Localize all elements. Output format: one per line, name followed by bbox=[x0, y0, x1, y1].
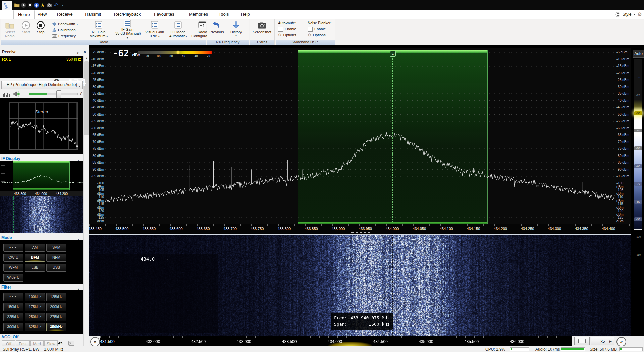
add-icon[interactable] bbox=[33, 2, 40, 8]
filter-button-[interactable]: ••• bbox=[3, 293, 23, 301]
auto-mute-options[interactable]: ⚙Options bbox=[278, 32, 296, 38]
screenshot-button[interactable]: Screenshot bbox=[252, 20, 272, 39]
style-caret-icon[interactable] bbox=[634, 13, 635, 16]
filter-button-150khz[interactable]: 150kHz bbox=[3, 303, 23, 311]
nav-keyboard-button[interactable] bbox=[574, 337, 590, 345]
favourite-icon[interactable]: ★ bbox=[39, 2, 46, 8]
mode-header[interactable]: Mode bbox=[0, 235, 83, 240]
if-display-header[interactable]: IF Display bbox=[0, 156, 83, 161]
frequency-axis-label: 433.850 bbox=[301, 227, 322, 231]
previous-button[interactable]: Previous bbox=[208, 20, 225, 39]
filter-button-275khz[interactable]: 275kHz bbox=[46, 313, 66, 321]
tab-tools[interactable]: Tools bbox=[214, 10, 233, 18]
panel-scrollbar[interactable]: ▲ bbox=[83, 56, 90, 352]
mode-button-wideu[interactable]: Wide-U bbox=[3, 274, 23, 282]
start-icon[interactable] bbox=[20, 2, 27, 8]
mode-button-[interactable]: ••• bbox=[3, 244, 23, 252]
mode-button-am[interactable]: AM bbox=[25, 244, 45, 252]
mode-button-cwu[interactable]: CW-U bbox=[3, 254, 23, 262]
lo-mode-button[interactable]: LO Mode Automatic bbox=[167, 20, 189, 39]
db-axis-label: -90 dBm bbox=[90, 168, 104, 171]
tab-view[interactable]: View bbox=[33, 10, 51, 18]
bandwidth-button[interactable]: Bandwidth bbox=[52, 21, 78, 27]
mode-button-wfm[interactable]: WFM bbox=[3, 264, 23, 272]
bandwidth-label: Bandwidth bbox=[58, 22, 75, 26]
mode-button-sam[interactable]: SAM bbox=[46, 244, 66, 252]
frequency-axis-label: 434.350 bbox=[571, 227, 592, 231]
agc-header[interactable]: AGC: Off bbox=[0, 334, 83, 340]
navigator-scale[interactable]: 431.500432.000432.500433.000433.500434.0… bbox=[100, 336, 572, 346]
rx-marker-tab[interactable]: 1 bbox=[390, 51, 396, 57]
if-spectrum[interactable] bbox=[0, 161, 83, 191]
noise-blanker-enable[interactable]: Enable bbox=[308, 26, 332, 32]
volume-slider-handle[interactable] bbox=[56, 90, 61, 98]
audio-device-dropdown[interactable]: HP (Périphérique High Definition Audio) bbox=[1, 81, 83, 89]
filter-button-200khz[interactable]: 200kHz bbox=[46, 303, 66, 311]
filter-button-125khz[interactable]: 125kHz bbox=[46, 293, 66, 301]
filter-button-300khz[interactable]: 300kHz bbox=[3, 323, 23, 331]
filter-button-100khz[interactable]: 100kHz bbox=[25, 293, 45, 301]
filter-button-325khz[interactable]: 325kHz bbox=[25, 323, 45, 331]
history-button[interactable]: History bbox=[227, 20, 245, 39]
rf-gain-caret-icon bbox=[106, 35, 108, 38]
tab-help[interactable]: Help bbox=[236, 10, 254, 18]
open-icon[interactable] bbox=[13, 2, 20, 8]
tab-receive[interactable]: Receive bbox=[53, 10, 77, 18]
if-waterfall[interactable] bbox=[0, 196, 83, 233]
mode-button-lsb[interactable]: LSB bbox=[25, 264, 45, 272]
stop-icon[interactable] bbox=[26, 2, 33, 8]
tab-rec-playback[interactable]: Rec/Playback bbox=[110, 10, 145, 18]
camera-icon[interactable] bbox=[46, 2, 53, 8]
db-axis-label: -40 dBm bbox=[616, 99, 631, 102]
qat-dropdown-icon[interactable]: ▾ bbox=[59, 2, 66, 8]
filter-button-175khz[interactable]: 175kHz bbox=[25, 303, 45, 311]
frequency-display[interactable]: 0.434.000.000 bbox=[0, 63, 83, 78]
filter-header[interactable]: Filter bbox=[0, 284, 83, 290]
noise-blanker-options[interactable]: ⚙Options bbox=[308, 32, 332, 38]
tab-memories[interactable]: Memories bbox=[184, 10, 212, 18]
mute-toggle[interactable] bbox=[12, 90, 21, 98]
calibration-button[interactable]: Calibration bbox=[52, 27, 76, 33]
palette-auto-button[interactable]: Auto bbox=[633, 50, 644, 58]
collapse-ribbon-icon[interactable] bbox=[615, 12, 620, 17]
auto-mute-enable[interactable]: Enable bbox=[278, 26, 296, 32]
image-icon[interactable] bbox=[68, 341, 74, 346]
mode-button-bfm[interactable]: BFM bbox=[25, 254, 45, 262]
nav-scroll-right-button[interactable]: » bbox=[616, 337, 626, 347]
start-button[interactable]: Start bbox=[18, 20, 34, 39]
status-audio-bar bbox=[561, 347, 585, 351]
main-spectrum-display[interactable]: 1 -62 dBm -120-100-80-60-40-20 -5 dBm-10… bbox=[89, 48, 631, 234]
filter-button-225khz[interactable]: 225kHz bbox=[3, 313, 23, 321]
tab-transmit[interactable]: Transmit bbox=[80, 10, 105, 18]
undo-icon[interactable]: ↶ bbox=[53, 2, 59, 8]
main-waterfall-display[interactable]: 434.0 - Freq:433.940.075 MHz Span:±500 k… bbox=[89, 235, 631, 336]
stop-button[interactable]: Stop bbox=[33, 20, 48, 39]
settings-gear-icon[interactable]: ⚙ bbox=[638, 11, 642, 17]
noise-blanker-enable-checkbox[interactable] bbox=[308, 27, 313, 32]
scrollbar-up-icon[interactable]: ▲ bbox=[84, 56, 90, 61]
auto-mute-enable-checkbox[interactable] bbox=[278, 27, 283, 32]
style-dropdown[interactable]: Style bbox=[623, 12, 632, 17]
rf-gain-button[interactable]: RF Gain Maximum bbox=[85, 20, 113, 39]
equalizer-icon[interactable] bbox=[3, 91, 10, 97]
nav-zoom-button[interactable]: x5 ▶ bbox=[591, 337, 614, 345]
volume-slider-track[interactable] bbox=[29, 93, 78, 95]
tab-home[interactable]: Home bbox=[13, 10, 35, 19]
panel-close-icon[interactable] bbox=[83, 49, 86, 54]
filter-button-250khz[interactable]: 250kHz bbox=[25, 313, 45, 321]
visual-gain-button[interactable]: Visual Gain 0 dB bbox=[143, 20, 166, 39]
ribbon-group-wideband-dsp: Auto-mute: Enable ⚙Options Noise Blanker… bbox=[275, 19, 335, 45]
filter-button-350khz[interactable]: 350kHz bbox=[46, 323, 66, 331]
mode-button-usb[interactable]: USB bbox=[46, 264, 66, 272]
if-gain-button[interactable]: IF Gain -35 dB (Manual) bbox=[113, 20, 142, 39]
db-axis-label: -15 dBm bbox=[90, 64, 104, 68]
palette-gradient-column[interactable] bbox=[634, 59, 642, 230]
tab-favourites[interactable]: Favourites bbox=[150, 10, 179, 18]
select-radio-button[interactable]: Select Radio bbox=[2, 20, 17, 39]
panel-menu-icon[interactable] bbox=[76, 50, 79, 55]
db-axis-label: -10 dBm bbox=[90, 57, 104, 61]
frequency-button[interactable]: Frequency bbox=[52, 33, 76, 39]
noise-blanker-enable-label: Enable bbox=[314, 27, 326, 31]
app-menu-button[interactable] bbox=[2, 1, 12, 10]
mode-button-nfm[interactable]: NFM bbox=[46, 254, 66, 262]
